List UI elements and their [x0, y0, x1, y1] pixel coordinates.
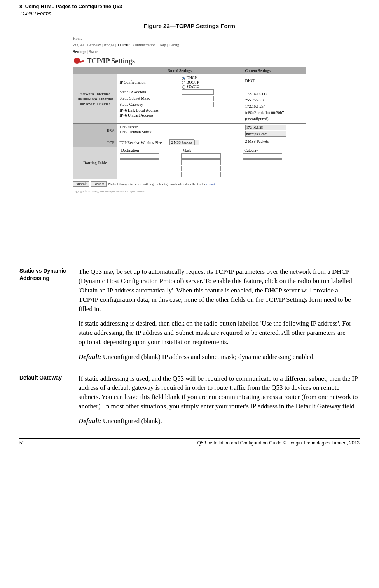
restart-link[interactable]: restart [206, 182, 215, 186]
subnet-input[interactable] [182, 96, 214, 101]
routing-label: Routing Table [73, 147, 117, 179]
breadcrumb-row-3: Settings | Status [73, 49, 306, 54]
bc-status[interactable]: Status [89, 49, 98, 54]
breadcrumb-row-1: Home [73, 35, 306, 41]
routing-gw-4[interactable] [243, 172, 282, 177]
routing-col-mask: Mask [181, 148, 242, 152]
page-title: TCP/IP Settings [87, 57, 135, 65]
col-stored: Stored Settings [117, 67, 243, 74]
breadcrumb-row-2: ZigBee | Gateway | Bridge | TCP/IP | Adm… [73, 42, 306, 48]
routing-gw-3[interactable] [243, 166, 282, 171]
bc-bridge[interactable]: Bridge [104, 43, 114, 47]
bc-tcpip[interactable]: TCP/IP [117, 43, 130, 47]
routing-dest-4[interactable] [120, 172, 159, 177]
tcp-label: TCP [73, 138, 117, 147]
routing-mask-1[interactable] [181, 153, 221, 159]
ipv6ll-label: IPv6 Link Local Address [120, 108, 182, 112]
running-header: 8. Using HTML Pages to Configure the Q53… [19, 3, 360, 17]
tcp-win-select[interactable]: 2 MSS Packets [169, 139, 194, 145]
routing-mask-4[interactable] [181, 172, 221, 177]
static-dynamic-p2: If static addressing is desired, then cl… [79, 319, 360, 346]
margin-static-dynamic: Static vs Dynamic Addressing [19, 267, 79, 367]
dns-server-label: DNS server [120, 125, 182, 129]
gateway-input[interactable] [182, 102, 214, 107]
copyright-text: Copyright © 2013 exegin technologies lim… [73, 190, 306, 193]
default-gateway-default: Default: Unconfigured (blank). [79, 416, 360, 426]
ipv6uni-label: IPv6 Unicast Address [120, 113, 182, 117]
static-dynamic-p1: The Q53 may be set up to automatically r… [79, 267, 360, 313]
radio-dhcp[interactable] [182, 77, 185, 80]
running-header-line2: TCP/IP Forms [19, 10, 360, 17]
static-ip-current: 172.16.16.117 [245, 91, 304, 97]
bc-gateway[interactable]: Gateway [87, 43, 101, 47]
bc-help[interactable]: Help [159, 43, 166, 47]
radio-static[interactable] [182, 85, 185, 89]
dns-suffix-label: DNS Domain Suffix [120, 130, 182, 134]
routing-mask-2[interactable] [181, 159, 221, 165]
settings-table: Stored Settings Current Settings Network… [73, 67, 306, 179]
col-current: Current Settings [243, 67, 306, 74]
routing-col-destination: Destination [120, 148, 180, 152]
bc-zigbee[interactable]: ZigBee [73, 43, 84, 47]
subnet-label: Static Subnet Mask [120, 96, 182, 100]
static-ip-input[interactable] [182, 89, 214, 95]
running-header-line1: 8. Using HTML Pages to Configure the Q53 [19, 3, 360, 10]
page-number: 52 [19, 440, 35, 446]
routing-gw-2[interactable] [243, 159, 282, 165]
tcpip-settings-screenshot: Home ZigBee | Gateway | Bridge | TCP/IP … [73, 35, 306, 228]
note-row: Submit Revert Note: Changes to fields wi… [73, 181, 306, 187]
ipconf-label: IP Configuration [120, 80, 182, 84]
netif-label: Network Interface 10/100Mbps Ethernet 00… [73, 74, 117, 124]
figure-caption: Figure 22—TCP/IP Settings Form [19, 23, 360, 29]
dns-server-input[interactable]: 172.16.1.25 [245, 125, 286, 130]
tcp-win-label: TCP Receive Window Size [120, 140, 162, 145]
page-footer: 52 Q53 Installation and Configuration Gu… [19, 438, 360, 446]
radio-bootp[interactable] [182, 81, 185, 84]
ipv6ll-current: fe80::21c:daff:fe00:30b7 [245, 110, 304, 116]
bc-administration[interactable]: Administration [132, 43, 156, 47]
note-prefix: Note: [108, 182, 117, 186]
static-dynamic-default: Default: Unconfigured (blank) IP address… [79, 352, 360, 362]
ipv6uni-current: (unconfigured) [245, 116, 304, 122]
revert-button[interactable]: Revert [91, 181, 107, 187]
gateway-current: 172.16.1.254 [245, 103, 304, 110]
margin-default-gateway: Default Gateway [19, 374, 79, 431]
submit-button[interactable]: Submit [73, 181, 89, 187]
dns-label: DNS [73, 124, 117, 138]
subnet-current: 255.255.0.0 [245, 97, 304, 103]
exegin-logo-icon [73, 57, 84, 65]
footer-text: Q53 Installation and Configuration Guide… [35, 440, 360, 446]
routing-dest-2[interactable] [120, 159, 159, 165]
dns-suffix-input[interactable]: microplex.com [245, 131, 286, 136]
routing-gw-1[interactable] [243, 153, 282, 159]
default-gateway-p1: If static addressing is used, and the Q5… [79, 374, 360, 411]
ipconf-current: DHCP [245, 78, 304, 84]
routing-col-gateway: Gateway [243, 148, 303, 152]
breadcrumb-home[interactable]: Home [73, 36, 82, 40]
gateway-label: Static Gateway [120, 102, 182, 107]
routing-dest-3[interactable] [120, 166, 159, 171]
bc-debug[interactable]: Debug [169, 43, 179, 47]
bc-settings[interactable]: Settings [73, 49, 86, 54]
divider [58, 228, 322, 228]
routing-mask-3[interactable] [181, 166, 221, 171]
routing-dest-1[interactable] [120, 153, 159, 159]
static-ip-label: Static IP Address [120, 90, 182, 94]
tcp-win-current: 2 MSS Packets [243, 138, 306, 147]
note-body: Changes to fields with a gray background… [117, 182, 206, 186]
